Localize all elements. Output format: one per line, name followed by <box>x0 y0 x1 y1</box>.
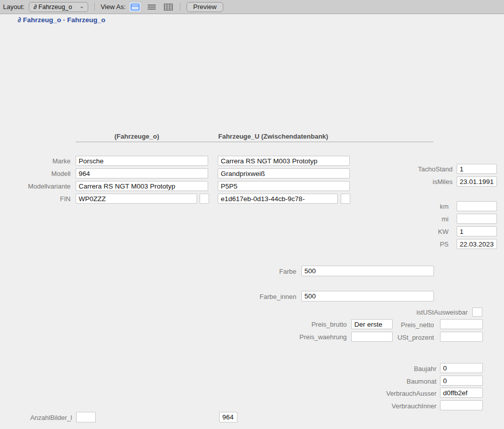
group-divider-line <box>76 142 433 142</box>
farbe-innen-label: Farbe_innen <box>226 293 296 300</box>
u-farbcode-field[interactable] <box>218 181 350 191</box>
ps-field[interactable] <box>457 239 497 249</box>
u-farbe-field[interactable] <box>218 168 350 178</box>
mi-field[interactable] <box>457 214 497 224</box>
fin-field[interactable] <box>76 194 197 204</box>
tachostand-label: TachoStand <box>382 165 453 173</box>
ust-prozent-field[interactable] <box>440 332 483 342</box>
fin-label: FIN <box>0 195 71 203</box>
left-group-header: (Fahrzeuge_o) <box>114 133 159 140</box>
preis-netto-field[interactable] <box>440 319 483 329</box>
farbe-field[interactable] <box>301 266 434 276</box>
preis-netto-label: Preis_netto <box>363 321 434 329</box>
right-group-header: Fahrzeuge_U (Zwischendatenbank) <box>218 133 328 140</box>
modell-label: Modell <box>0 170 71 177</box>
list-view-icon[interactable] <box>146 3 157 12</box>
chevron-down-icon: ⌄ <box>79 4 84 8</box>
tachostand-field[interactable] <box>457 164 497 174</box>
km-field[interactable] <box>457 201 497 211</box>
ps-label: PS <box>378 240 449 248</box>
istustausweisbar-checkbox[interactable] <box>472 308 482 317</box>
anzahlbilder-field[interactable] <box>76 412 96 422</box>
toolbar-divider <box>180 3 180 11</box>
view-switcher <box>130 3 174 12</box>
baujahr-field[interactable] <box>440 363 483 373</box>
ust-prozent-label: USt_prozent <box>363 334 434 341</box>
verbrauchausser-label: VerbrauchAusser <box>361 390 436 397</box>
fin-flag-box[interactable] <box>200 194 209 204</box>
u-uuid-flag-box[interactable] <box>341 194 350 204</box>
ismiles-label: isMiles <box>382 178 453 186</box>
anzahlbilder-label: AnzahlBilder_l <box>2 414 72 421</box>
kw-field[interactable] <box>457 226 497 236</box>
filemaker-window: Layout: ∂ Fahrzeug_o ⌄ View As: <box>0 0 504 429</box>
verbrauchinner-field[interactable] <box>440 400 483 410</box>
verbrauchausser-field[interactable] <box>440 388 483 398</box>
view-as-label: View As: <box>101 3 126 11</box>
farbe-innen-field[interactable] <box>301 291 434 301</box>
layout-label: Layout: <box>3 3 25 11</box>
breadcrumb: ∂ Fahrzeug_o · Fahrzeug_o <box>18 16 105 24</box>
preis-brutto-label: Preis_brutto <box>276 321 347 328</box>
u-uuid-field[interactable] <box>218 194 338 204</box>
baumonat-field[interactable] <box>440 376 483 386</box>
marke-label: Marke <box>0 157 71 165</box>
u-modellvariante-field[interactable] <box>218 156 350 166</box>
bottom-modell-field[interactable] <box>219 412 237 422</box>
ismiles-field[interactable] <box>457 176 497 187</box>
baujahr-label: Baujahr <box>361 365 436 373</box>
status-toolbar: Layout: ∂ Fahrzeug_o ⌄ View As: <box>0 0 504 14</box>
verbrauchinner-label: VerbrauchInner <box>361 402 436 410</box>
table-view-icon[interactable] <box>163 3 174 12</box>
preis-waehrung-label: Preis_waehrung <box>276 333 347 341</box>
kw-label: KW <box>378 228 449 235</box>
preview-button[interactable]: Preview <box>186 2 223 12</box>
mi-label: mi <box>378 215 449 223</box>
form-view-icon[interactable] <box>130 3 141 12</box>
km-label: km <box>378 203 449 210</box>
marke-field[interactable] <box>76 156 208 166</box>
istustausweisbar-label: istUStAusweisbar <box>392 309 468 316</box>
modellvariante-field[interactable] <box>76 181 208 191</box>
layout-dropdown-value: ∂ Fahrzeug_o <box>34 4 72 11</box>
modellvariante-label: Modellvariante <box>0 182 71 190</box>
layout-dropdown[interactable]: ∂ Fahrzeug_o ⌄ <box>29 2 88 12</box>
baumonat-label: Baumonat <box>361 378 436 385</box>
toolbar-divider <box>94 3 95 11</box>
farbe-label: Farbe <box>226 268 296 275</box>
modell-field[interactable] <box>76 168 208 178</box>
